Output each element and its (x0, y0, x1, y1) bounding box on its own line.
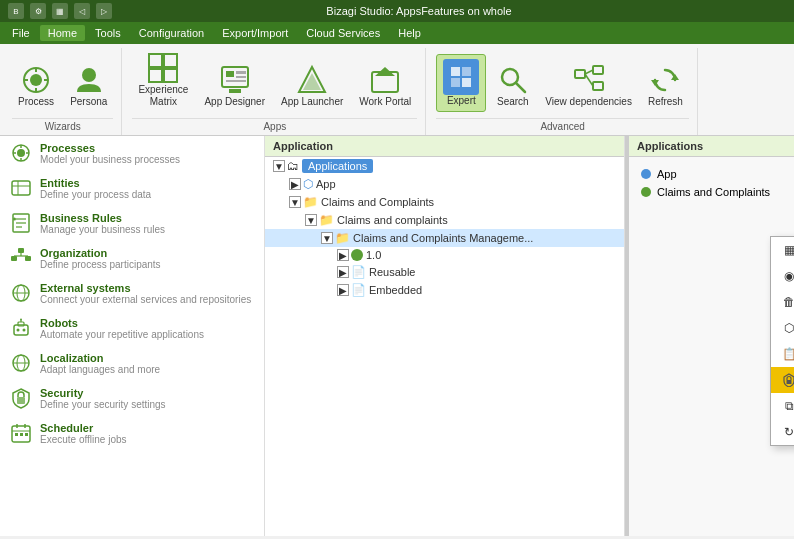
forward-icon[interactable]: ▷ (96, 3, 112, 19)
svg-marker-18 (303, 73, 321, 90)
refresh-icon (649, 64, 681, 96)
security-ctx-icon (781, 372, 794, 388)
refresh-button[interactable]: Refresh (642, 60, 689, 112)
set-process-entity-icon: ◉ (781, 268, 794, 284)
menu-configuration[interactable]: Configuration (131, 25, 212, 41)
sidebar-item-scheduler[interactable]: Scheduler Execute offline jobs (0, 416, 264, 451)
ctx-show-related-queries[interactable]: 📋 Show Related Queries (771, 341, 794, 367)
embedded-icon: 📄 (351, 283, 366, 297)
grid-icon[interactable]: ▦ (52, 3, 68, 19)
menu-cloud-services[interactable]: Cloud Services (298, 25, 388, 41)
svg-line-31 (585, 74, 593, 86)
ctx-customize-columns[interactable]: ▦ Customize Columns (771, 237, 794, 263)
scheduler-text: Scheduler Execute offline jobs (40, 422, 127, 445)
cam-icon: 📁 (335, 231, 350, 245)
sidebar-item-processes[interactable]: Processes Model your business processes (0, 136, 264, 171)
expert-button[interactable]: Expert (436, 54, 486, 112)
view-dependencies-button[interactable]: View dependencies (539, 60, 638, 112)
svg-rect-10 (164, 69, 177, 82)
menu-help[interactable]: Help (390, 25, 429, 41)
entities-icon (10, 177, 32, 199)
svg-rect-50 (25, 256, 31, 261)
app-designer-button[interactable]: App Designer (198, 60, 271, 112)
settings-icon[interactable]: ⚙ (30, 3, 46, 19)
sidebar-item-business-rules[interactable]: Business Rules Manage your business rule… (0, 206, 264, 241)
svg-point-62 (20, 319, 22, 321)
work-portal-label: Work Portal (359, 96, 411, 108)
customize-columns-icon: ▦ (781, 242, 794, 258)
tree-node-claims-sub[interactable]: ▼ 📁 Claims and complaints (265, 211, 624, 229)
menu-export-import[interactable]: Export/Import (214, 25, 296, 41)
svg-rect-66 (17, 397, 25, 404)
tree-node-embedded[interactable]: ▶ 📄 Embedded (265, 281, 624, 299)
tree-node-claims[interactable]: ▼ 📁 Claims and Complaints (265, 193, 624, 211)
external-systems-text: External systems Connect your external s… (40, 282, 251, 305)
experience-matrix-button[interactable]: ExperienceMatrix (132, 48, 194, 112)
external-systems-icon (10, 282, 32, 304)
svg-rect-29 (593, 82, 603, 90)
localization-text: Localization Adapt languages and more (40, 352, 160, 375)
expand-applications[interactable]: ▼ (273, 160, 285, 172)
ctx-delete[interactable]: 🗑 Delete (771, 289, 794, 315)
titlebar-left: B ⚙ ▦ ◁ ▷ (8, 3, 112, 19)
search-button[interactable]: Search (490, 60, 535, 112)
svg-line-26 (516, 83, 525, 92)
work-portal-button[interactable]: Work Portal (353, 60, 417, 112)
svg-rect-14 (236, 76, 246, 78)
app-dot-green (641, 187, 651, 197)
sidebar-item-security[interactable]: Security Define your security settings (0, 381, 264, 416)
sidebar-item-organization[interactable]: Organization Define process participants (0, 241, 264, 276)
sidebar-item-entities[interactable]: Entities Define your process data (0, 171, 264, 206)
menu-file[interactable]: File (4, 25, 38, 41)
sidebar-item-external-systems[interactable]: External systems Connect your external s… (0, 276, 264, 311)
sidebar-item-robots[interactable]: Robots Automate your repetitive applicat… (0, 311, 264, 346)
app-label: App (316, 178, 336, 190)
security-text: Security Define your security settings (40, 387, 166, 410)
app-launcher-button[interactable]: App Launcher (275, 60, 349, 112)
ctx-set-process-entity[interactable]: ◉ Set Process Entity (771, 263, 794, 289)
menubar: File Home Tools Configuration Export/Imp… (0, 22, 794, 44)
persona-button[interactable]: Persona (64, 60, 113, 112)
tree-node-cam[interactable]: ▼ 📁 Claims and Complaints Manageme... (265, 229, 624, 247)
svg-rect-48 (18, 248, 24, 253)
app-logo-icon: B (8, 3, 24, 19)
security-sidebar-icon (10, 387, 32, 409)
expand-claims-sub[interactable]: ▼ (305, 214, 317, 226)
expand-reusable[interactable]: ▶ (337, 266, 349, 278)
expand-claims[interactable]: ▼ (289, 196, 301, 208)
context-menu: ▦ Customize Columns ◉ Set Process Entity… (770, 236, 794, 446)
svg-point-35 (17, 149, 25, 157)
advanced-group-label: Advanced (436, 118, 689, 135)
expert-label: Expert (447, 95, 476, 107)
sidebar: Processes Model your business processes … (0, 136, 265, 536)
expand-v1[interactable]: ▶ (337, 249, 349, 261)
tree-node-v1[interactable]: ▶ 1.0 (265, 247, 624, 263)
sidebar-item-localization[interactable]: Localization Adapt languages and more (0, 346, 264, 381)
localization-icon (10, 352, 32, 374)
svg-rect-71 (15, 433, 18, 436)
tree-node-reusable[interactable]: ▶ 📄 Reusable (265, 263, 624, 281)
svg-rect-12 (226, 71, 234, 77)
ctx-refresh[interactable]: ↻ Refresh (771, 419, 794, 445)
process-button[interactable]: Process (12, 60, 60, 112)
v1-icon (351, 249, 363, 261)
menu-tools[interactable]: Tools (87, 25, 129, 41)
expand-app[interactable]: ▶ (289, 178, 301, 190)
app-node-icon: ⬡ (303, 177, 313, 191)
back-icon[interactable]: ◁ (74, 3, 90, 19)
ribbon-group-wizards: Process Persona Wizards (4, 48, 122, 135)
ctx-security[interactable]: Security (771, 367, 794, 393)
ctx-work-portal-icon[interactable]: ⬡ Work portal icon (771, 315, 794, 341)
process-label: Process (18, 96, 54, 108)
tree-node-applications[interactable]: ▼ 🗂 Applications (265, 157, 624, 175)
menu-home[interactable]: Home (40, 25, 85, 41)
svg-rect-15 (226, 80, 246, 82)
show-related-queries-icon: 📋 (781, 346, 794, 362)
tree-node-app[interactable]: ▶ ⬡ App (265, 175, 624, 193)
expand-embedded[interactable]: ▶ (337, 284, 349, 296)
svg-rect-21 (451, 67, 460, 76)
ctx-view-dependencies[interactable]: ⧉ View dependencies (771, 393, 794, 419)
apps-group-label: Apps (132, 118, 417, 135)
expand-cam[interactable]: ▼ (321, 232, 333, 244)
processes-text: Processes Model your business processes (40, 142, 180, 165)
